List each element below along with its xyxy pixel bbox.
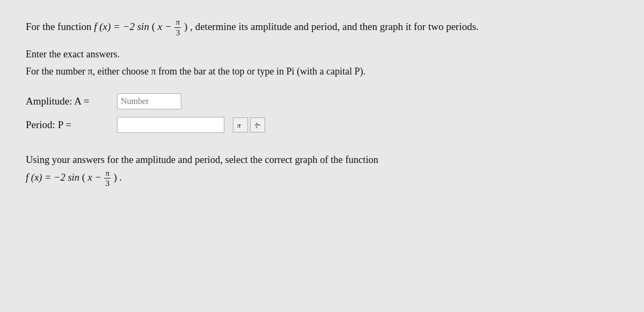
fraction-icon: a b: [253, 121, 262, 129]
bottom-period: .: [119, 172, 122, 183]
answer-section: Amplitude: A = Period: P = π a: [26, 93, 618, 133]
amplitude-row: Amplitude: A =: [26, 93, 618, 109]
bottom-pi-over-3-frac: π 3: [104, 168, 111, 188]
bottom-fraction-numerator: π: [104, 168, 111, 179]
bottom-close-paren: ): [114, 172, 117, 183]
pi-instruction: For the number π, either choose π from t…: [26, 64, 618, 79]
bottom-open-paren: (: [82, 172, 85, 183]
argument-x: x −: [158, 21, 174, 32]
exact-answers-instruction: Enter the exact answers.: [26, 47, 618, 62]
fraction-button[interactable]: a b: [250, 117, 265, 132]
period-label: Period: P =: [26, 119, 112, 131]
bottom-section: Using your answers for the amplitude and…: [26, 152, 618, 188]
function-notation: f (x) = −2 sin: [94, 21, 149, 32]
pi-icon: π: [236, 121, 245, 129]
open-paren: (: [152, 21, 155, 32]
pi-over-3-frac: π 3: [174, 17, 181, 38]
bottom-argument-x: x −: [87, 172, 104, 183]
period-input[interactable]: [117, 117, 224, 133]
pi-symbol-button[interactable]: π: [233, 117, 248, 132]
close-paren: ): [184, 21, 187, 32]
page-container: For the function f (x) = −2 sin ( x − π …: [0, 0, 644, 312]
icon-buttons-group: π a b: [233, 117, 265, 132]
amplitude-label: Amplitude: A =: [26, 95, 112, 107]
svg-text:π: π: [237, 121, 241, 129]
problem-intro-text: For the function: [26, 21, 91, 32]
svg-text:a: a: [256, 122, 258, 125]
problem-statement: For the function f (x) = −2 sin ( x − π …: [26, 17, 618, 38]
bottom-fraction-denominator: 3: [104, 179, 111, 188]
svg-text:b: b: [256, 125, 258, 129]
problem-continuation: , determine its amplitude and period, an…: [190, 21, 479, 32]
bottom-function-notation: f (x) = −2 sin: [26, 172, 79, 183]
period-row: Period: P = π a b: [26, 117, 618, 133]
fraction-denominator: 3: [175, 28, 181, 38]
fraction-numerator: π: [174, 17, 181, 28]
amplitude-input[interactable]: [117, 93, 181, 109]
instructions-block: Enter the exact answers. For the number …: [26, 47, 618, 81]
bottom-intro-text: Using your answers for the amplitude and…: [26, 154, 378, 165]
